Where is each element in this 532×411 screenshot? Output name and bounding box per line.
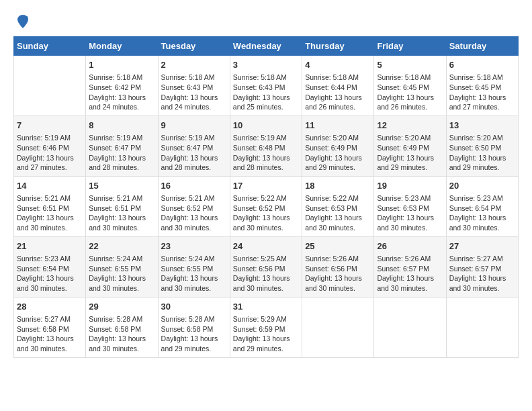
- daylight: Daylight: 13 hours and 30 minutes.: [233, 274, 290, 292]
- sunrise: Sunrise: 5:20 AM: [449, 134, 503, 142]
- sunrise: Sunrise: 5:21 AM: [161, 194, 215, 202]
- sunrise: Sunrise: 5:20 AM: [377, 134, 431, 142]
- calendar-cell: 9Sunrise: 5:19 AMSunset: 6:47 PMDaylight…: [158, 116, 230, 176]
- calendar-cell: 10Sunrise: 5:19 AMSunset: 6:48 PMDayligh…: [230, 116, 302, 176]
- day-number: 11: [305, 120, 371, 132]
- calendar-cell: [302, 297, 374, 357]
- week-row-2: 7Sunrise: 5:19 AMSunset: 6:46 PMDaylight…: [14, 116, 519, 176]
- daylight: Daylight: 13 hours and 28 minutes.: [89, 154, 146, 172]
- week-row-3: 14Sunrise: 5:21 AMSunset: 6:51 PMDayligh…: [14, 176, 519, 236]
- day-number: 25: [305, 240, 371, 253]
- daylight: Daylight: 13 hours and 30 minutes.: [89, 214, 146, 232]
- sunrise: Sunrise: 5:23 AM: [17, 255, 71, 263]
- calendar-cell: 8Sunrise: 5:19 AMSunset: 6:47 PMDaylight…: [86, 116, 158, 176]
- sunrise: Sunrise: 5:27 AM: [17, 315, 71, 323]
- sunset: Sunset: 6:45 PM: [377, 83, 429, 91]
- sunset: Sunset: 6:47 PM: [161, 144, 214, 152]
- sunset: Sunset: 6:47 PM: [89, 144, 141, 152]
- day-number: 23: [161, 240, 227, 253]
- sunrise: Sunrise: 5:18 AM: [449, 73, 503, 81]
- daylight: Daylight: 13 hours and 30 minutes.: [305, 274, 362, 292]
- day-number: 19: [377, 180, 443, 192]
- daylight: Daylight: 13 hours and 27 minutes.: [449, 93, 506, 111]
- sunrise: Sunrise: 5:19 AM: [89, 134, 142, 142]
- sunrise: Sunrise: 5:19 AM: [17, 134, 71, 142]
- calendar-cell: 17Sunrise: 5:22 AMSunset: 6:52 PMDayligh…: [230, 176, 302, 236]
- calendar-cell: 13Sunrise: 5:20 AMSunset: 6:50 PMDayligh…: [446, 116, 518, 176]
- sunset: Sunset: 6:49 PM: [377, 144, 429, 152]
- daylight: Daylight: 13 hours and 25 minutes.: [233, 93, 290, 111]
- sunset: Sunset: 6:45 PM: [449, 83, 502, 91]
- daylight: Daylight: 13 hours and 29 minutes.: [305, 154, 362, 172]
- sunrise: Sunrise: 5:18 AM: [161, 73, 215, 81]
- sunset: Sunset: 6:57 PM: [449, 265, 502, 273]
- calendar-cell: 28Sunrise: 5:27 AMSunset: 6:58 PMDayligh…: [14, 297, 86, 357]
- calendar-cell: 16Sunrise: 5:21 AMSunset: 6:52 PMDayligh…: [158, 176, 230, 236]
- day-number: 12: [377, 120, 443, 132]
- day-number: 27: [449, 240, 515, 253]
- day-number: 7: [17, 120, 83, 132]
- daylight: Daylight: 13 hours and 30 minutes.: [377, 214, 434, 232]
- sunrise: Sunrise: 5:21 AM: [17, 194, 71, 202]
- sunset: Sunset: 6:55 PM: [161, 265, 214, 273]
- daylight: Daylight: 13 hours and 30 minutes.: [89, 334, 146, 353]
- day-number: 1: [89, 59, 154, 71]
- daylight: Daylight: 13 hours and 30 minutes.: [449, 274, 506, 292]
- day-number: 21: [17, 240, 83, 253]
- daylight: Daylight: 13 hours and 26 minutes.: [305, 93, 362, 111]
- calendar-table: SundayMondayTuesdayWednesdayThursdayFrid…: [13, 36, 519, 358]
- sunset: Sunset: 6:58 PM: [17, 325, 69, 333]
- calendar-cell: 7Sunrise: 5:19 AMSunset: 6:46 PMDaylight…: [14, 116, 86, 176]
- daylight: Daylight: 13 hours and 30 minutes.: [161, 214, 218, 232]
- sunset: Sunset: 6:46 PM: [17, 144, 69, 152]
- sunset: Sunset: 6:53 PM: [305, 204, 357, 212]
- logo: [13, 13, 31, 30]
- daylight: Daylight: 13 hours and 30 minutes.: [377, 274, 434, 292]
- sunset: Sunset: 6:49 PM: [305, 144, 357, 152]
- sunset: Sunset: 6:44 PM: [305, 83, 357, 91]
- sunset: Sunset: 6:43 PM: [161, 83, 214, 91]
- daylight: Daylight: 13 hours and 30 minutes.: [17, 214, 74, 232]
- sunset: Sunset: 6:52 PM: [233, 204, 285, 212]
- day-number: 28: [17, 301, 83, 313]
- sunrise: Sunrise: 5:25 AM: [233, 255, 287, 263]
- day-number: 3: [233, 59, 299, 71]
- day-header-wednesday: Wednesday: [230, 37, 302, 56]
- sunrise: Sunrise: 5:26 AM: [377, 255, 431, 263]
- calendar-cell: 6Sunrise: 5:18 AMSunset: 6:45 PMDaylight…: [446, 56, 518, 116]
- day-number: 20: [449, 180, 515, 192]
- calendar-cell: 25Sunrise: 5:26 AMSunset: 6:56 PMDayligh…: [302, 236, 374, 297]
- daylight: Daylight: 13 hours and 27 minutes.: [17, 154, 74, 172]
- daylight: Daylight: 13 hours and 29 minutes.: [377, 154, 434, 172]
- calendar-cell: 22Sunrise: 5:24 AMSunset: 6:55 PMDayligh…: [86, 236, 158, 297]
- day-header-saturday: Saturday: [446, 37, 518, 56]
- calendar-cell: 27Sunrise: 5:27 AMSunset: 6:57 PMDayligh…: [446, 236, 518, 297]
- calendar-cell: 12Sunrise: 5:20 AMSunset: 6:49 PMDayligh…: [374, 116, 446, 176]
- sunrise: Sunrise: 5:19 AM: [233, 134, 287, 142]
- sunset: Sunset: 6:48 PM: [233, 144, 285, 152]
- day-number: 10: [233, 120, 299, 132]
- daylight: Daylight: 13 hours and 30 minutes.: [449, 214, 506, 232]
- sunrise: Sunrise: 5:18 AM: [377, 73, 431, 81]
- sunset: Sunset: 6:57 PM: [377, 265, 429, 273]
- sunrise: Sunrise: 5:19 AM: [161, 134, 215, 142]
- calendar-cell: 11Sunrise: 5:20 AMSunset: 6:49 PMDayligh…: [302, 116, 374, 176]
- sunrise: Sunrise: 5:24 AM: [89, 255, 142, 263]
- day-number: 29: [89, 301, 154, 313]
- day-number: 17: [233, 180, 299, 192]
- calendar-cell: 20Sunrise: 5:23 AMSunset: 6:54 PMDayligh…: [446, 176, 518, 236]
- day-number: 8: [89, 120, 154, 132]
- sunset: Sunset: 6:59 PM: [233, 325, 285, 333]
- day-number: 26: [377, 240, 443, 253]
- logo-icon: [15, 13, 31, 30]
- daylight: Daylight: 13 hours and 29 minutes.: [161, 334, 218, 353]
- daylight: Daylight: 13 hours and 28 minutes.: [161, 154, 218, 172]
- sunset: Sunset: 6:51 PM: [17, 204, 69, 212]
- day-number: 5: [377, 59, 443, 71]
- calendar-cell: 23Sunrise: 5:24 AMSunset: 6:55 PMDayligh…: [158, 236, 230, 297]
- calendar-cell: 2Sunrise: 5:18 AMSunset: 6:43 PMDaylight…: [158, 56, 230, 116]
- calendar-cell: 30Sunrise: 5:28 AMSunset: 6:58 PMDayligh…: [158, 297, 230, 357]
- sunrise: Sunrise: 5:18 AM: [89, 73, 142, 81]
- sunset: Sunset: 6:54 PM: [17, 265, 69, 273]
- sunrise: Sunrise: 5:27 AM: [449, 255, 503, 263]
